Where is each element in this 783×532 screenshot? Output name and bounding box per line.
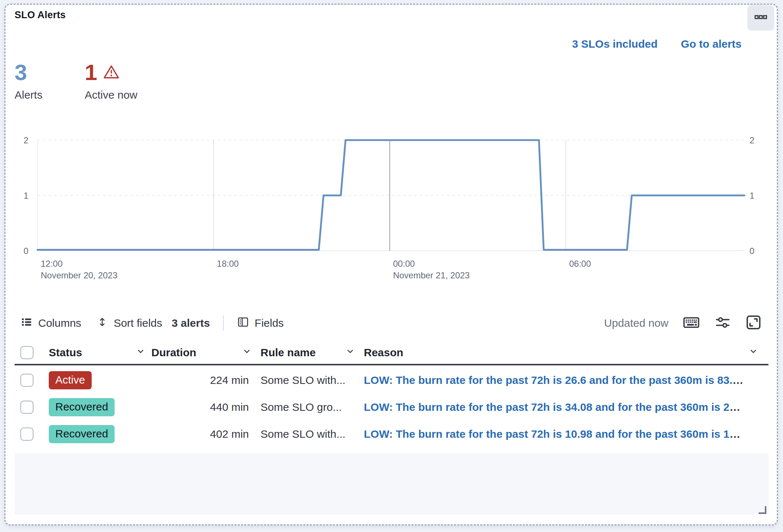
table-empty-area [15, 453, 768, 515]
reason-link[interactable]: LOW: The burn rate for the past 72h is 1… [364, 428, 730, 440]
panel-options-button[interactable] [747, 5, 774, 31]
display-options-button[interactable] [714, 314, 731, 332]
header-status[interactable]: Status [42, 346, 146, 359]
panel-links: 3 SLOs included Go to alerts [572, 38, 742, 50]
rule-name-value: Some SLO with... [261, 374, 345, 386]
alerts-timeline-chart: 00112212:00November 20, 202318:0000:00No… [0, 130, 783, 287]
rule-name-column-label: Rule name [261, 346, 316, 359]
fullscreen-button[interactable] [745, 314, 762, 333]
slos-included-link[interactable]: 3 SLOs included [572, 38, 657, 50]
svg-text:0: 0 [24, 246, 28, 256]
alerts-count-label: 3 alerts [172, 317, 210, 329]
resize-handle-icon[interactable] [757, 504, 768, 517]
warning-triangle-icon [103, 64, 120, 82]
header-select-all-cell [15, 346, 42, 359]
alert-stats: 3 Alerts 1 Active now [15, 61, 138, 101]
sort-fields-label: Sort fields [114, 317, 162, 329]
columns-label: Columns [38, 317, 81, 329]
reason-link[interactable]: LOW: The burn rate for the past 72h is 3… [364, 401, 730, 413]
svg-text:2: 2 [24, 135, 28, 145]
page-title: SLO Alerts [15, 9, 66, 21]
table-toolbar-right: Updated now [604, 314, 762, 333]
truncation-ellipsis: … [730, 401, 740, 413]
header-duration[interactable]: Duration [146, 346, 252, 359]
keyboard-shortcuts-button[interactable] [682, 313, 700, 333]
status-badge: Recovered [49, 425, 115, 443]
duration-value: 224 min [210, 374, 249, 386]
alerts-timeline-svg: 00112212:00November 20, 202318:0000:00No… [0, 130, 783, 287]
table-row: Active 224 min Some SLO with... LOW: The… [15, 367, 768, 394]
truncation-ellipsis: … [730, 428, 740, 440]
svg-text:12:00: 12:00 [41, 259, 63, 269]
split-panel-icon [237, 316, 249, 331]
updated-status: Updated now [604, 317, 668, 329]
svg-text:00:00: 00:00 [393, 259, 415, 269]
stat-alerts: 3 Alerts [15, 61, 43, 101]
svg-text:1: 1 [24, 191, 28, 201]
fields-button[interactable]: Fields [237, 316, 284, 331]
table-row: Recovered 402 min Some SLO with... LOW: … [15, 421, 768, 448]
rule-name-value: Some SLO gro... [261, 401, 342, 413]
status-badge: Recovered [49, 398, 115, 416]
svg-text:November 20, 2023: November 20, 2023 [41, 270, 118, 280]
sort-fields-button[interactable]: Sort fields [96, 316, 162, 330]
list-icon [20, 316, 33, 331]
select-all-checkbox[interactable] [20, 346, 33, 359]
toolbar-divider [223, 315, 224, 331]
status-badge: Active [49, 371, 92, 389]
duration-value: 402 min [210, 428, 249, 440]
active-now-label: Active now [85, 89, 138, 101]
header-rule-name[interactable]: Rule name [252, 346, 355, 359]
sliders-icon [714, 314, 731, 332]
table-toolbar-left: Columns Sort fields 3 alerts Fields [20, 314, 284, 333]
table-row: Recovered 440 min Some SLO gro... LOW: T… [15, 394, 768, 421]
chevron-down-icon[interactable] [748, 346, 758, 359]
row-checkbox[interactable] [20, 374, 33, 387]
alerts-table-header: Status Duration Rule name Reason [15, 341, 768, 365]
status-column-label: Status [49, 346, 82, 359]
truncation-ellipsis: … [732, 374, 743, 386]
svg-text:2: 2 [750, 135, 754, 145]
header-reason[interactable]: Reason [355, 346, 768, 359]
duration-column-label: Duration [151, 346, 196, 359]
svg-text:0: 0 [750, 246, 754, 256]
active-count: 1 [85, 61, 97, 84]
boxes-horizontal-icon [754, 11, 767, 25]
row-checkbox[interactable] [20, 401, 33, 414]
go-to-alerts-link[interactable]: Go to alerts [681, 38, 742, 50]
stat-active-now: 1 Active now [85, 61, 138, 101]
svg-text:06:00: 06:00 [569, 259, 591, 269]
row-checkbox[interactable] [20, 428, 33, 441]
alerts-label: Alerts [15, 89, 43, 101]
chevron-down-icon[interactable] [242, 346, 252, 359]
chevron-down-icon[interactable] [136, 346, 146, 359]
chevron-down-icon[interactable] [345, 346, 355, 359]
reason-link[interactable]: LOW: The burn rate for the past 72h is 2… [364, 374, 732, 386]
svg-text:1: 1 [750, 191, 754, 201]
alerts-count: 3 [15, 61, 27, 84]
duration-value: 440 min [210, 401, 249, 413]
sort-arrows-icon [96, 316, 108, 330]
fields-label: Fields [255, 317, 284, 329]
svg-text:November 21, 2023: November 21, 2023 [393, 270, 470, 280]
columns-button[interactable]: Columns [20, 316, 81, 331]
reason-column-label: Reason [364, 346, 403, 359]
fullscreen-icon [745, 314, 762, 333]
keyboard-icon [682, 313, 700, 333]
rule-name-value: Some SLO with... [261, 428, 345, 440]
svg-text:18:00: 18:00 [217, 259, 239, 269]
